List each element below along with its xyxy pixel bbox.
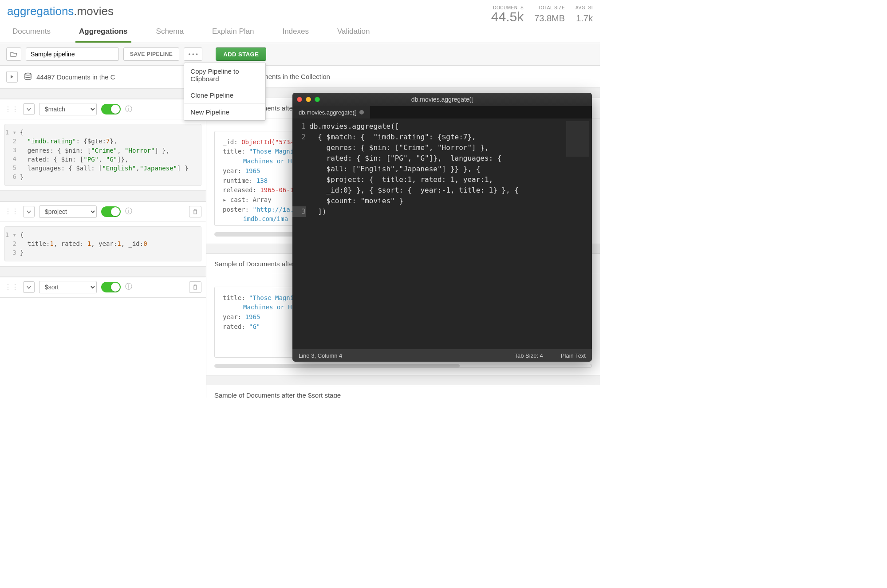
open-folder-button[interactable] bbox=[6, 47, 21, 61]
tab-aggregations[interactable]: Aggregations bbox=[75, 24, 131, 43]
stat-avg-size-label: AVG. SI bbox=[576, 5, 593, 10]
drag-handle-icon[interactable]: ⋮⋮ bbox=[4, 283, 19, 291]
more-options-button[interactable]: • • • bbox=[184, 47, 202, 61]
tab-size-indicator[interactable]: Tab Size: 4 bbox=[515, 352, 543, 359]
editor-tab[interactable]: db.movies.aggregate([ bbox=[292, 106, 371, 118]
collection-stats: DOCUMENTS 44.5k TOTAL SIZE 73.8MB AVG. S… bbox=[491, 4, 593, 24]
dropdown-new-pipeline[interactable]: New Pipeline bbox=[184, 104, 265, 120]
stat-avg-size-value: 1.7k bbox=[576, 10, 593, 23]
pipeline-toolbar: SAVE PIPELINE • • • Copy Pipeline to Cli… bbox=[0, 43, 600, 66]
tab-schema[interactable]: Schema bbox=[153, 24, 187, 43]
svg-point-0 bbox=[25, 73, 31, 75]
drag-handle-icon[interactable]: ⋮⋮ bbox=[4, 105, 19, 114]
info-icon[interactable]: ⓘ bbox=[125, 282, 132, 292]
stage-toggle[interactable] bbox=[101, 104, 121, 114]
stage-collapse-button[interactable] bbox=[23, 281, 35, 293]
stage-block-1: ⋮⋮ $match ⓘ 1 ▾23456 { "imdb.rating": {$… bbox=[0, 99, 206, 191]
database-icon bbox=[24, 72, 32, 82]
tab-validation[interactable]: Validation bbox=[334, 24, 373, 43]
save-pipeline-button[interactable]: SAVE PIPELINE bbox=[123, 47, 179, 61]
drag-handle-icon[interactable]: ⋮⋮ bbox=[4, 207, 19, 216]
text-editor-window[interactable]: db.movies.aggregate([ db.movies.aggregat… bbox=[292, 93, 592, 362]
dropdown-clone-pipeline[interactable]: Clone Pipeline bbox=[184, 87, 265, 103]
breadcrumb-db[interactable]: aggregations bbox=[7, 4, 74, 18]
unsaved-indicator-icon bbox=[359, 110, 364, 114]
stage-collapse-button[interactable] bbox=[23, 103, 35, 115]
stage-block-2: ⋮⋮ $project ⓘ 1 ▾23 { title:1, rated: 1,… bbox=[0, 201, 206, 266]
stage-block-3: ⋮⋮ $sort ⓘ bbox=[0, 277, 206, 298]
stage-collapse-button[interactable] bbox=[23, 206, 35, 217]
more-options-dropdown: Copy Pipeline to Clipboard Clone Pipelin… bbox=[184, 63, 266, 121]
stat-documents-value: 44.5k bbox=[491, 10, 524, 24]
stage-code-editor[interactable]: 1 ▾23 { title:1, rated: 1, year:1, _id:0… bbox=[4, 226, 201, 261]
stage-code-editor[interactable]: 1 ▾23456 { "imdb.rating": {$gte:7}, genr… bbox=[4, 124, 201, 186]
expand-input-button[interactable] bbox=[6, 71, 18, 83]
stage-operator-select[interactable]: $project bbox=[39, 205, 97, 218]
horizontal-scrollbar[interactable] bbox=[214, 364, 592, 368]
editor-status-bar: Line 3, Column 4 Tab Size: 4 Plain Text bbox=[292, 349, 592, 362]
window-title: db.movies.aggregate([ bbox=[292, 96, 592, 103]
window-titlebar[interactable]: db.movies.aggregate([ bbox=[292, 93, 592, 106]
info-icon[interactable]: ⓘ bbox=[125, 105, 132, 114]
editor-body[interactable]: 123 db.movies.aggregate([ { $match: { "i… bbox=[292, 118, 592, 349]
cursor-position[interactable]: Line 3, Column 4 bbox=[299, 352, 342, 359]
collection-tabs: Documents Aggregations Schema Explain Pl… bbox=[7, 24, 373, 43]
delete-stage-button[interactable] bbox=[189, 206, 201, 217]
tab-documents[interactable]: Documents bbox=[9, 24, 54, 43]
info-icon[interactable]: ⓘ bbox=[125, 207, 132, 216]
delete-stage-button[interactable] bbox=[189, 281, 201, 293]
stage-operator-select[interactable]: $sort bbox=[39, 281, 97, 293]
stat-total-size-value: 73.8MB bbox=[534, 10, 565, 23]
tab-explain-plan[interactable]: Explain Plan bbox=[209, 24, 258, 43]
stage-toggle[interactable] bbox=[101, 206, 121, 217]
input-documents-header: 44497 Documents in the C bbox=[0, 66, 206, 88]
dropdown-copy-pipeline[interactable]: Copy Pipeline to Clipboard bbox=[184, 63, 265, 87]
breadcrumb-collection: movies bbox=[77, 4, 114, 18]
add-stage-button[interactable]: ADD STAGE bbox=[216, 47, 266, 61]
stage-toggle[interactable] bbox=[101, 282, 121, 292]
stat-total-size-label: TOTAL SIZE bbox=[534, 5, 565, 10]
input-documents-count: 44497 Documents in the C bbox=[36, 73, 115, 81]
syntax-mode-indicator[interactable]: Plain Text bbox=[561, 352, 586, 359]
minimap[interactable] bbox=[566, 121, 589, 157]
stage-operator-select[interactable]: $match bbox=[39, 103, 97, 115]
breadcrumb: aggregations.movies bbox=[7, 4, 373, 18]
tab-indexes[interactable]: Indexes bbox=[279, 24, 312, 43]
pipeline-name-input[interactable] bbox=[26, 47, 119, 61]
stage-output-header-3: Sample of Documents after the $sort stag… bbox=[206, 385, 600, 398]
